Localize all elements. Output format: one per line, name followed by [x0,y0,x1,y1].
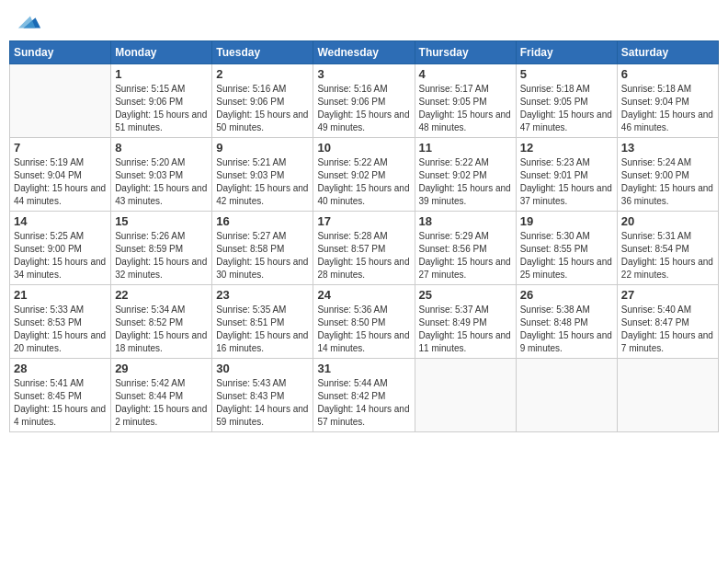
calendar-cell: 23Sunrise: 5:35 AMSunset: 8:51 PMDayligh… [212,285,313,359]
cell-info: Sunrise: 5:19 AMSunset: 9:04 PMDaylight:… [14,156,107,208]
cell-info: Sunrise: 5:38 AMSunset: 8:48 PMDaylight:… [520,304,613,355]
cell-info: Sunrise: 5:17 AMSunset: 9:05 PMDaylight:… [419,83,512,134]
cell-info: Sunrise: 5:21 AMSunset: 9:03 PMDaylight:… [216,156,309,208]
cell-info: Sunrise: 5:40 AMSunset: 8:47 PMDaylight:… [621,304,714,355]
day-number: 3 [317,67,410,81]
header-thursday: Thursday [415,41,516,64]
logo [13,9,42,35]
calendar-cell: 25Sunrise: 5:37 AMSunset: 8:49 PMDayligh… [415,285,516,359]
cell-info: Sunrise: 5:42 AMSunset: 8:44 PMDaylight:… [115,377,208,429]
day-number: 4 [419,67,512,81]
calendar-week-row: 21Sunrise: 5:33 AMSunset: 8:53 PMDayligh… [10,285,719,359]
header-tuesday: Tuesday [212,41,313,64]
cell-info: Sunrise: 5:35 AMSunset: 8:51 PMDaylight:… [216,304,309,355]
calendar-cell: 15Sunrise: 5:26 AMSunset: 8:59 PMDayligh… [111,212,212,285]
day-number: 2 [216,67,309,81]
day-number: 29 [115,362,208,375]
day-number: 13 [621,141,714,155]
cell-info: Sunrise: 5:27 AMSunset: 8:58 PMDaylight:… [216,230,309,282]
cell-info: Sunrise: 5:16 AMSunset: 9:06 PMDaylight:… [216,83,309,134]
calendar-cell: 22Sunrise: 5:34 AMSunset: 8:52 PMDayligh… [111,285,212,359]
day-number: 19 [520,214,613,228]
calendar-week-row: 28Sunrise: 5:41 AMSunset: 8:45 PMDayligh… [10,359,719,432]
header-saturday: Saturday [617,41,718,64]
day-number: 11 [419,141,512,155]
calendar-week-row: 1Sunrise: 5:15 AMSunset: 9:06 PMDaylight… [10,64,719,138]
day-number: 20 [621,214,714,228]
calendar-cell [617,359,718,432]
day-number: 1 [115,67,208,81]
calendar-cell: 27Sunrise: 5:40 AMSunset: 8:47 PMDayligh… [617,285,718,359]
calendar-cell [10,64,111,138]
calendar-cell: 8Sunrise: 5:20 AMSunset: 9:03 PMDaylight… [111,138,212,212]
day-number: 9 [216,141,309,155]
calendar-cell: 29Sunrise: 5:42 AMSunset: 8:44 PMDayligh… [111,359,212,432]
cell-info: Sunrise: 5:37 AMSunset: 8:49 PMDaylight:… [419,304,512,355]
day-number: 31 [317,362,410,375]
logo-icon [17,9,42,35]
calendar-header-row: SundayMondayTuesdayWednesdayThursdayFrid… [10,41,719,64]
cell-info: Sunrise: 5:44 AMSunset: 8:42 PMDaylight:… [317,377,410,429]
header-monday: Monday [111,41,212,64]
calendar-cell: 5Sunrise: 5:18 AMSunset: 9:05 PMDaylight… [516,64,617,138]
cell-info: Sunrise: 5:31 AMSunset: 8:54 PMDaylight:… [621,230,714,282]
page-header [9,9,719,35]
calendar-cell: 11Sunrise: 5:22 AMSunset: 9:02 PMDayligh… [415,138,516,212]
cell-info: Sunrise: 5:30 AMSunset: 8:55 PMDaylight:… [520,230,613,282]
day-number: 30 [216,362,309,375]
day-number: 28 [14,362,107,375]
day-number: 27 [621,288,714,302]
calendar-week-row: 14Sunrise: 5:25 AMSunset: 9:00 PMDayligh… [10,212,719,285]
day-number: 16 [216,214,309,228]
calendar-cell: 19Sunrise: 5:30 AMSunset: 8:55 PMDayligh… [516,212,617,285]
day-number: 17 [317,214,410,228]
calendar-cell: 12Sunrise: 5:23 AMSunset: 9:01 PMDayligh… [516,138,617,212]
calendar-cell [516,359,617,432]
calendar-cell: 21Sunrise: 5:33 AMSunset: 8:53 PMDayligh… [10,285,111,359]
cell-info: Sunrise: 5:26 AMSunset: 8:59 PMDaylight:… [115,230,208,282]
cell-info: Sunrise: 5:24 AMSunset: 9:00 PMDaylight:… [621,156,714,208]
cell-info: Sunrise: 5:28 AMSunset: 8:57 PMDaylight:… [317,230,410,282]
calendar-cell: 26Sunrise: 5:38 AMSunset: 8:48 PMDayligh… [516,285,617,359]
cell-info: Sunrise: 5:16 AMSunset: 9:06 PMDaylight:… [317,83,410,134]
day-number: 24 [317,288,410,302]
calendar-cell: 30Sunrise: 5:43 AMSunset: 8:43 PMDayligh… [212,359,313,432]
day-number: 7 [14,141,107,155]
day-number: 26 [520,288,613,302]
calendar-cell: 24Sunrise: 5:36 AMSunset: 8:50 PMDayligh… [313,285,415,359]
calendar-cell: 31Sunrise: 5:44 AMSunset: 8:42 PMDayligh… [313,359,415,432]
calendar-cell: 3Sunrise: 5:16 AMSunset: 9:06 PMDaylight… [313,64,415,138]
calendar-table: SundayMondayTuesdayWednesdayThursdayFrid… [9,40,719,432]
day-number: 22 [115,288,208,302]
cell-info: Sunrise: 5:36 AMSunset: 8:50 PMDaylight:… [317,304,410,355]
svg-marker-1 [18,16,36,28]
day-number: 21 [14,288,107,302]
day-number: 8 [115,141,208,155]
calendar-cell: 16Sunrise: 5:27 AMSunset: 8:58 PMDayligh… [212,212,313,285]
calendar-cell: 28Sunrise: 5:41 AMSunset: 8:45 PMDayligh… [10,359,111,432]
day-number: 23 [216,288,309,302]
calendar-cell: 4Sunrise: 5:17 AMSunset: 9:05 PMDaylight… [415,64,516,138]
cell-info: Sunrise: 5:20 AMSunset: 9:03 PMDaylight:… [115,156,208,208]
calendar-cell: 20Sunrise: 5:31 AMSunset: 8:54 PMDayligh… [617,212,718,285]
day-number: 15 [115,214,208,228]
header-friday: Friday [516,41,617,64]
cell-info: Sunrise: 5:18 AMSunset: 9:04 PMDaylight:… [621,83,714,134]
header-sunday: Sunday [10,41,111,64]
day-number: 18 [419,214,512,228]
calendar-cell: 10Sunrise: 5:22 AMSunset: 9:02 PMDayligh… [313,138,415,212]
day-number: 12 [520,141,613,155]
cell-info: Sunrise: 5:41 AMSunset: 8:45 PMDaylight:… [14,377,107,429]
cell-info: Sunrise: 5:22 AMSunset: 9:02 PMDaylight:… [317,156,410,208]
cell-info: Sunrise: 5:23 AMSunset: 9:01 PMDaylight:… [520,156,613,208]
cell-info: Sunrise: 5:43 AMSunset: 8:43 PMDaylight:… [216,377,309,429]
day-number: 6 [621,67,714,81]
header-wednesday: Wednesday [313,41,415,64]
cell-info: Sunrise: 5:18 AMSunset: 9:05 PMDaylight:… [520,83,613,134]
day-number: 5 [520,67,613,81]
calendar-cell: 7Sunrise: 5:19 AMSunset: 9:04 PMDaylight… [10,138,111,212]
day-number: 10 [317,141,410,155]
calendar-cell: 6Sunrise: 5:18 AMSunset: 9:04 PMDaylight… [617,64,718,138]
calendar-cell: 13Sunrise: 5:24 AMSunset: 9:00 PMDayligh… [617,138,718,212]
calendar-cell: 17Sunrise: 5:28 AMSunset: 8:57 PMDayligh… [313,212,415,285]
